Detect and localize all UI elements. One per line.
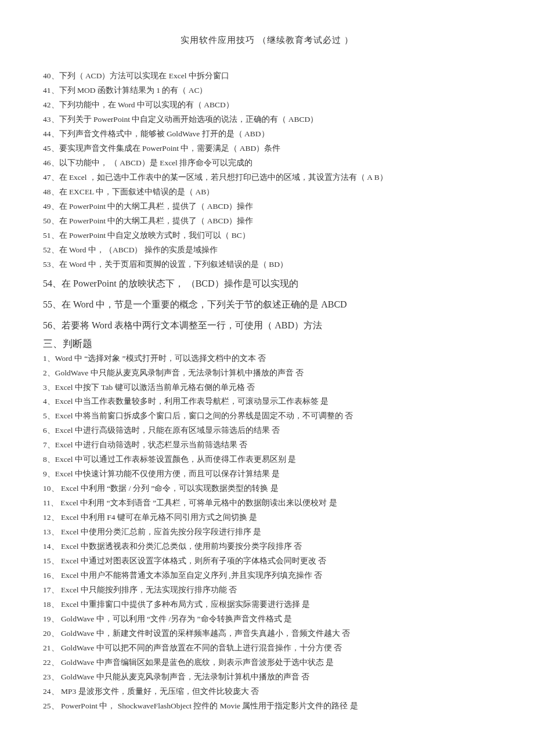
mc-item: 51、在 PowerPoint 中自定义放映方式时，我们可以（ BC） (43, 229, 491, 243)
tf-item: 8、Excel 中可以通过工作表标签设置颜色，从而使得工作表更易区别 是 (43, 453, 491, 467)
multiple-choice-large-block: 54、在 PowerPoint 的放映状态下， （BCD）操作是可以实现的 55… (43, 274, 491, 335)
tf-item: 13、 Excel 中使用分类汇总前，应首先按分段字段进行排序 是 (43, 525, 491, 540)
mc-item: 40、下列（ ACD）方法可以实现在 Excel 中拆分窗口 (43, 69, 491, 84)
tf-item: 10、 Excel 中利用 “数据 / 分列 ”命令，可以实现数据类型的转换 是 (43, 482, 491, 496)
tf-item: 17、 Excel 中只能按列排序，无法实现按行排序功能 否 (43, 583, 491, 598)
tf-item: 23、 GoldWave 中只能从麦克风录制声音，无法录制计算机中播放的声音 否 (43, 670, 491, 685)
tf-item: 22、 GoldWave 中声音编辑区如果是蓝色的底纹，则表示声音波形处于选中状… (43, 656, 491, 670)
tf-item: 2、GoldWave 中只能从麦克风录制声音，无法录制计算机中播放的声音 否 (43, 366, 491, 381)
mc-item: 42、下列功能中，在 Word 中可以实现的有（ ABCD） (43, 98, 491, 113)
tf-item: 6、Excel 中进行高级筛选时，只能在原有区域显示筛选后的结果 否 (43, 424, 491, 438)
true-false-block: 1、Word 中 “选择对象 ”模式打开时，可以选择文档中的文本 否 2、Gol… (43, 352, 491, 714)
tf-item: 3、Excel 中按下 Tab 键可以激活当前单元格右侧的单元格 否 (43, 381, 491, 395)
mc-item: 49、在 PowerPoint 中的大纲工具栏，提供了（ ABCD）操作 (43, 200, 491, 214)
tf-item: 15、 Excel 中通过对图表区设置字体格式，则所有子项的字体格式会同时更改 … (43, 554, 491, 569)
mc-item: 43、下列关于 PowerPoint 中自定义动画开始选项的说法，正确的有（ A… (43, 113, 491, 127)
tf-item: 19、 GoldWave 中，可以利用 “文件 /另存为 ”命令转换声音文件格式… (43, 612, 491, 627)
tf-item: 7、Excel 中进行自动筛选时，状态栏显示当前筛选结果 否 (43, 438, 491, 453)
mc-item: 41、下列 MOD 函数计算结果为 1 的有（ AC） (43, 84, 491, 98)
tf-item: 1、Word 中 “选择对象 ”模式打开时，可以选择文档中的文本 否 (43, 352, 491, 366)
mc-item: 53、在 Word 中，关于页眉和页脚的设置，下列叙述错误的是（ BD） (43, 258, 491, 272)
tf-item: 24、 MP3 是波形文件，质量好，无压缩，但文件比较庞大 否 (43, 685, 491, 699)
mc-item: 48、在 EXCEL 中，下面叙述中错误的是（ AB） (43, 185, 491, 200)
tf-item: 20、 GoldWave 中，新建文件时设置的采样频率越高，声音失真越小，音频文… (43, 627, 491, 641)
mc-item: 44、下列声音文件格式中，能够被 GoldWave 打开的是（ ABD） (43, 127, 491, 142)
mc-item-large: 55、在 Word 中，节是一个重要的概念，下列关于节的叙述正确的是 ABCD (43, 295, 491, 314)
tf-item: 9、Excel 中快速计算功能不仅使用方便，而且可以保存计算结果 是 (43, 467, 491, 482)
mc-item: 52、在 Word 中，（ABCD） 操作的实质是域操作 (43, 243, 491, 258)
mc-item-large: 56、若要将 Word 表格中两行文本调整至一行，可使用（ ABD）方法 (43, 316, 491, 335)
tf-item: 11、 Excel 中利用 “文本到语音 ”工具栏，可将单元格中的数据朗读出来以… (43, 496, 491, 511)
tf-item: 25、 PowerPoint 中， ShockwaveFlashObject 控… (43, 699, 491, 714)
tf-item: 12、 Excel 中利用 F4 键可在单元格不同引用方式之间切换 是 (43, 511, 491, 525)
mc-item: 47、在 Excel ，如已选中工作表中的某一区域，若只想打印已选中的区域，其设… (43, 171, 491, 185)
section-heading-true-false: 三、判断题 (43, 337, 491, 350)
multiple-choice-block: 40、下列（ ACD）方法可以实现在 Excel 中拆分窗口 41、下列 MOD… (43, 69, 491, 272)
tf-item: 16、 Excel 中用户不能将普通文本添加至自定义序列 ,并且实现序列填充操作… (43, 569, 491, 583)
page-title: 实用软件应用技巧 （继续教育考试必过 ） (43, 35, 491, 46)
tf-item: 14、 Excel 中数据透视表和分类汇总类似，使用前均要按分类字段排序 否 (43, 540, 491, 554)
mc-item: 46、以下功能中， （ ABCD）是 Excel 排序命令可以完成的 (43, 156, 491, 171)
tf-item: 18、 Excel 中重排窗口中提供了多种布局方式，应根据实际需要进行选择 是 (43, 598, 491, 612)
mc-item-large: 54、在 PowerPoint 的放映状态下， （BCD）操作是可以实现的 (43, 274, 491, 293)
tf-item: 5、Excel 中将当前窗口拆成多个窗口后，窗口之间的分界线是固定不动，不可调整… (43, 409, 491, 424)
mc-item: 45、要实现声音文件集成在 PowerPoint 中，需要满足（ ABD）条件 (43, 142, 491, 156)
mc-item: 50、在 PowerPoint 中的大纲工具栏，提供了（ ABCD）操作 (43, 214, 491, 229)
tf-item: 21、 GoldWave 中可以把不同的声音放置在不同的音轨上进行混音操作，十分… (43, 641, 491, 656)
tf-item: 4、Excel 中当工作表数量较多时，利用工作表导航栏，可滚动显示工作表标签 是 (43, 395, 491, 409)
